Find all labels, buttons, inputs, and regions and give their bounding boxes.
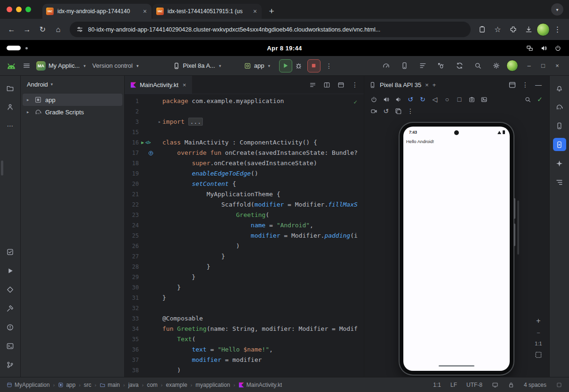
snapshots-icon[interactable] (393, 105, 404, 117)
zoom-window-button[interactable] (25, 7, 31, 12)
run-gutter-icon[interactable]: ▶ (141, 137, 144, 148)
project-widget[interactable]: MA My Applic... ▾ (33, 59, 89, 72)
code-line[interactable]: 32 (125, 303, 364, 313)
fit-screen-icon[interactable] (534, 351, 543, 359)
code-line[interactable]: 30 } (125, 282, 364, 293)
clipboard-icon[interactable] (474, 22, 490, 37)
code-line[interactable]: 3▸import ... (125, 117, 364, 127)
indent-config[interactable]: 4 spaces (524, 382, 546, 388)
bookmark-star-icon[interactable]: ☆ (490, 22, 505, 37)
code-line[interactable]: 28 } (125, 262, 364, 272)
code-line[interactable]: 18 super.onCreate(savedInstanceState) (125, 158, 364, 168)
hide-panel-icon[interactable]: — (532, 79, 545, 91)
device-manager-icon[interactable] (398, 59, 411, 72)
breadcrumb-item[interactable]: java (128, 382, 138, 388)
project-folder-icon[interactable] (4, 81, 17, 95)
settings-icon[interactable] (489, 59, 503, 72)
search-icon[interactable] (471, 59, 484, 72)
notifications-icon[interactable] (553, 81, 566, 95)
code-line[interactable]: 29 } (125, 272, 364, 282)
extensions-icon[interactable] (505, 22, 521, 37)
tab-list-icon[interactable] (306, 79, 319, 91)
code-line[interactable]: 33@Composable (125, 313, 364, 324)
fold-region-icon[interactable]: ▸ (158, 117, 161, 127)
toolbar-more-icon[interactable]: ⋮ (322, 59, 336, 72)
todo-icon[interactable] (4, 245, 17, 258)
code-line[interactable]: 21 MyApplicationTheme { (125, 189, 364, 200)
code-line[interactable]: 20 setContent { (125, 179, 364, 189)
inspections-ok-icon[interactable]: ✓ (353, 97, 357, 107)
device-screen[interactable]: 7:43 Hello Android! (403, 127, 510, 371)
running-devices-icon[interactable] (553, 138, 566, 151)
editor-tab-mainactivity[interactable]: MainActivity.kt × (125, 76, 192, 94)
more-vertical-icon[interactable]: ⋮ (405, 105, 416, 117)
run-tool-icon[interactable] (4, 264, 17, 277)
tree-item-gradle-scripts[interactable]: ▸Gradle Scripts (23, 106, 122, 118)
structure-list-icon[interactable] (553, 176, 566, 189)
code-line[interactable]: 15 (125, 127, 364, 137)
breadcrumb-item[interactable]: com (147, 382, 158, 388)
browser-tab-inactive[interactable]: VNC idx-test-1744140517915:1 (us × (152, 4, 262, 19)
run-config-selector[interactable]: app ▾ (240, 59, 273, 72)
gradle-icon[interactable] (553, 100, 566, 113)
camera-icon[interactable] (478, 94, 489, 105)
zoom-out-icon[interactable]: − (537, 329, 540, 336)
code-line[interactable]: 36 text = "Hello $name!", (125, 344, 364, 355)
reset-icon[interactable]: ↺ (380, 105, 392, 117)
stop-button[interactable] (307, 59, 321, 72)
device-selector[interactable]: Pixel 8a A... ▾ (169, 59, 224, 72)
volume-up-icon[interactable] (380, 94, 392, 105)
float-editor-icon[interactable] (335, 79, 347, 91)
forward-icon[interactable]: → (19, 22, 35, 37)
float-window-icon[interactable] (506, 79, 518, 91)
code-line[interactable]: 38 ) (125, 365, 364, 376)
nav-home-icon[interactable]: ○ (441, 94, 453, 105)
build-icon[interactable] (4, 302, 17, 315)
device-phone-frame[interactable]: 7:43 Hello Android! (400, 123, 513, 375)
breadcrumb-item[interactable]: src (84, 382, 91, 388)
breadcrumb-item[interactable]: MyApplication (7, 382, 50, 388)
browser-tab-active[interactable]: VNC idx-my-android-app-1744140 × (42, 4, 152, 19)
ide-minimize-icon[interactable]: – (522, 59, 536, 72)
close-tab-icon[interactable]: × (142, 8, 148, 15)
code-line[interactable]: 16▶</>class MainActivity : ComponentActi… (125, 137, 364, 148)
version-control-icon[interactable] (4, 358, 17, 371)
reload-icon[interactable]: ↻ (35, 22, 50, 37)
line-separator[interactable]: LF (450, 382, 457, 388)
check-icon[interactable]: ✓ (534, 94, 545, 105)
vcs-widget[interactable]: Version control ▾ (89, 59, 142, 72)
stripe-drag-handle[interactable] (1, 160, 3, 176)
code-line[interactable]: 25 modifier = Modifier.padding(i (125, 231, 364, 241)
code-line[interactable]: 17 override fun onCreate(savedInstanceSt… (125, 148, 364, 158)
attach-debugger-icon[interactable] (434, 59, 448, 72)
build-variants-icon[interactable] (416, 59, 429, 72)
code-line[interactable]: 31} (125, 293, 364, 303)
expand-arrow-icon[interactable]: ▸ (27, 97, 31, 102)
rotate-right-icon[interactable]: ↻ (417, 94, 428, 105)
tree-item-app[interactable]: ▸app (23, 94, 122, 106)
code-area[interactable]: 1package com.example.myapplication23▸imp… (125, 94, 364, 377)
address-bar[interactable]: 80-idx-my-android-app-1744140290428.clus… (70, 22, 471, 37)
minimize-window-button[interactable] (16, 7, 22, 12)
device-tab-label[interactable]: Pixel 8a API 35 (380, 81, 421, 88)
run-button[interactable] (279, 59, 292, 72)
main-menu-icon[interactable] (20, 59, 33, 72)
power-icon[interactable] (368, 94, 379, 105)
split-editor-icon[interactable] (321, 79, 333, 91)
file-encoding[interactable]: UTF-8 (466, 382, 482, 388)
breadcrumb-item[interactable]: example (166, 382, 187, 388)
panel-scrollbar[interactable] (517, 200, 519, 255)
volume-icon[interactable] (538, 42, 549, 54)
zoom-in-icon[interactable]: + (536, 317, 540, 325)
ide-avatar[interactable] (506, 60, 518, 72)
code-line[interactable]: 2 (125, 106, 364, 117)
code-line[interactable]: 27 } (125, 251, 364, 262)
tab-search-button[interactable]: ▾ (551, 3, 563, 16)
site-settings-icon[interactable] (76, 26, 83, 33)
terminal-icon[interactable] (4, 339, 17, 352)
rotate-left-icon[interactable]: ↺ (405, 94, 416, 105)
code-line[interactable]: 34fun Greeting(name: String, modifier: M… (125, 324, 364, 334)
project-view-selector[interactable]: Android ▾ (21, 76, 124, 93)
profile-avatar[interactable] (537, 23, 550, 36)
code-line[interactable]: 22 Scaffold(modifier = Modifier.fillMaxS (125, 200, 364, 210)
